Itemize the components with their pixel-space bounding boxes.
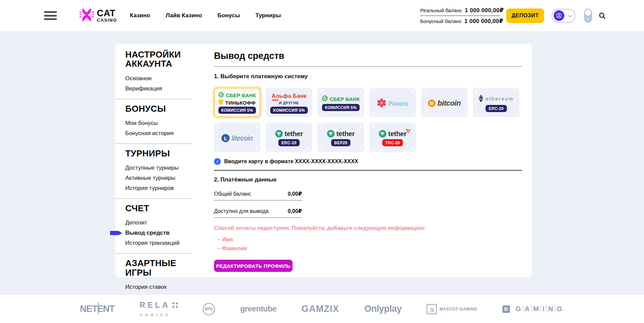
bonus-balance-row: Бонусный баланс 1 000 000,00₽ (420, 18, 500, 25)
sidebar-item-main[interactable]: Основное (125, 73, 202, 84)
missing-field-last-name: Фамилия (214, 244, 522, 253)
available-balance-value: 0,00₽ (288, 208, 302, 214)
balance-divider (420, 16, 500, 16)
total-balance-label: Общий баланс (214, 191, 251, 197)
theme-toggle[interactable]: ☀ (584, 8, 592, 23)
piastrix-wordmark: Piastrix (388, 100, 408, 107)
tinkoff-icon (219, 100, 223, 106)
tether-wordmark: tether (337, 130, 355, 137)
relax-gaming-logo: RELA GAMING (139, 301, 178, 317)
payment-card-ethereum[interactable]: ethereum ERC-20 (473, 88, 519, 117)
payment-card-bitcoin[interactable]: B bitcoin (421, 88, 468, 117)
payment-card-alfa-bank[interactable]: Альфа Банк И ДРУГИЕ КОМИССИЯ 5% (266, 88, 312, 117)
toggle-knob (585, 9, 591, 16)
piastrix-flower-icon (377, 98, 386, 109)
payment-card-sber-tinkoff[interactable]: СБЕР БАНК ТИНЬКОФФ КОМИССИЯ 5% (214, 88, 260, 117)
payment-card-piastrix[interactable]: Piastrix (369, 88, 416, 117)
total-balance-value: 0,00₽ (288, 191, 302, 197)
mascot-emblem-icon: ஜ (427, 304, 437, 314)
payment-card-tether-trc20[interactable]: tether TRC-20 (369, 123, 416, 152)
account-dropdown[interactable] (552, 9, 575, 23)
logo-text-cat: CAT (97, 9, 117, 18)
page-title: Вывод средств (214, 51, 522, 61)
sidebar-item-withdrawal[interactable]: Вывод средств (125, 228, 202, 238)
nav-item-tournaments[interactable]: Турниры (255, 12, 281, 19)
netent-logo: NETENT (80, 304, 114, 314)
payment-card-tether-bep20[interactable]: tether BEP20 (318, 123, 364, 152)
sidebar-divider (115, 198, 192, 199)
missing-field-first-name: Имя (214, 235, 522, 244)
sidebar-item-withdrawal-label: Вывод средств (125, 230, 170, 236)
sberbank-icon (322, 95, 328, 102)
missing-fields-list: Имя Фамилия (214, 235, 522, 253)
trc20-badge: TRC-20 (382, 139, 403, 146)
sidebar-divider (115, 99, 192, 99)
cat-casino-logo[interactable]: CAT CASINO (79, 7, 117, 24)
sidebar-item-bonus-history[interactable]: Бонусная история (125, 128, 202, 138)
commission-badge: КОМИССИЯ 5% (270, 107, 308, 114)
payment-card-tether-erc20[interactable]: tether ERC-20 (266, 123, 312, 152)
sun-icon: ☀ (584, 17, 592, 22)
top-header: CAT CASINO Казино Лайв Казино Бонусы Тур… (0, 0, 644, 31)
sidebar-item-bet-history[interactable]: История ставок (125, 282, 202, 292)
payment-unavailable-warning: Способ оплаты недоступен. Пожалуйста, до… (214, 225, 522, 231)
sidebar-section-title-bonuses: БОНУСЫ (125, 104, 202, 113)
ethereum-wordmark: ethereum (486, 96, 514, 101)
erc20-badge: ERC-20 (278, 139, 299, 146)
payment-card-litecoin[interactable]: Ł litecoin (214, 123, 260, 152)
relax-dots-icon (172, 302, 178, 308)
sidebar-item-transaction-history[interactable]: История транзакций (125, 238, 202, 248)
payment-card-sberbank[interactable]: СБЕР БАНК КОМИССИЯ 5% (318, 88, 364, 117)
nav-item-casino[interactable]: Казино (130, 12, 150, 19)
real-balance-label: Реальный баланс (420, 7, 462, 13)
sidebar-item-active-tournaments[interactable]: Активные турниры (125, 173, 202, 183)
sberbank-icon (218, 92, 224, 99)
tron-icon (406, 127, 410, 134)
step1-label: 1. Выберите платежную систему (214, 73, 522, 80)
sidebar-divider (115, 144, 192, 144)
gamzix-logo: GAMZIX (302, 304, 339, 314)
info-icon: i (214, 158, 221, 165)
sidebar-item-verification[interactable]: Верификация (125, 84, 202, 94)
account-sidebar: НАСТРОЙКИ АККАУНТА Основное Верификация … (115, 44, 214, 277)
cat-logo-icon (79, 7, 94, 24)
search-button[interactable] (598, 12, 606, 20)
sidebar-divider (115, 253, 192, 254)
edit-profile-button[interactable]: РЕДАКТИРОВАТЬ ПРОФИЛЬ (214, 260, 293, 272)
deposit-button[interactable]: ДЕПОЗИТ (506, 8, 544, 23)
tether-icon (327, 130, 335, 137)
logo-text-casino: CASINO (97, 18, 117, 22)
nav-item-bonuses[interactable]: Бонусы (218, 12, 240, 19)
tinkoff-wordmark: ТИНЬКОФФ (225, 100, 255, 105)
providers-footer: NETENT RELA GAMING BTG greentube GAMZIX … (0, 295, 644, 323)
nav-item-live-casino[interactable]: Лайв Казино (166, 12, 202, 19)
withdrawal-content: Вывод средств 1. Выберите платежную сист… (214, 44, 534, 277)
onlyplay-logo: Onlyplay (364, 304, 402, 314)
account-panel: НАСТРОЙКИ АККАУНТА Основное Верификация … (115, 44, 532, 277)
bep20-badge: BEP20 (331, 139, 351, 146)
chevron-down-icon (567, 13, 572, 18)
available-balance-label: Доступно для вывода (214, 208, 269, 214)
bonus-balance-value: 1 000 000,00₽ (464, 18, 503, 25)
tether-icon (379, 130, 386, 137)
greentube-logo: greentube (240, 304, 277, 314)
sidebar-item-available-tournaments[interactable]: Доступные турниры (125, 163, 202, 173)
sidebar-item-my-bonuses[interactable]: Мои бонусы (125, 118, 202, 128)
btg-logo: BTG (203, 303, 215, 315)
hamburger-menu-icon[interactable] (44, 11, 57, 20)
alfa-bank-wordmark: Альфа Банк (272, 93, 306, 99)
active-item-arrow-icon (110, 231, 122, 235)
sidebar-item-tournament-history[interactable]: История турниров (125, 183, 202, 193)
real-balance-row: Реальный баланс 1 000 000,00₽ (420, 7, 500, 14)
sidebar-section-title-settings: НАСТРОЙКИ АККАУНТА (125, 50, 202, 69)
and-others-label: И ДРУГИЕ (279, 101, 299, 105)
real-balance-value: 1 000 000,00₽ (465, 7, 504, 14)
sidebar-item-deposit[interactable]: Депозит (125, 218, 202, 228)
payment-methods-grid: СБЕР БАНК ТИНЬКОФФ КОМИССИЯ 5% Альфа Бан… (214, 88, 522, 152)
card-format-text: Вводите карту в формате XXXX-XXXX-XXXX-X… (224, 158, 358, 165)
commission-badge: КОМИССИЯ 5% (218, 107, 256, 114)
litecoin-icon: Ł (221, 134, 230, 142)
mascot-gaming-logo: ஜ MASCOT GAMING (427, 304, 477, 314)
commission-badge: КОМИССИЯ 5% (322, 104, 360, 111)
bgaming-logo: B GAMING (502, 305, 564, 313)
